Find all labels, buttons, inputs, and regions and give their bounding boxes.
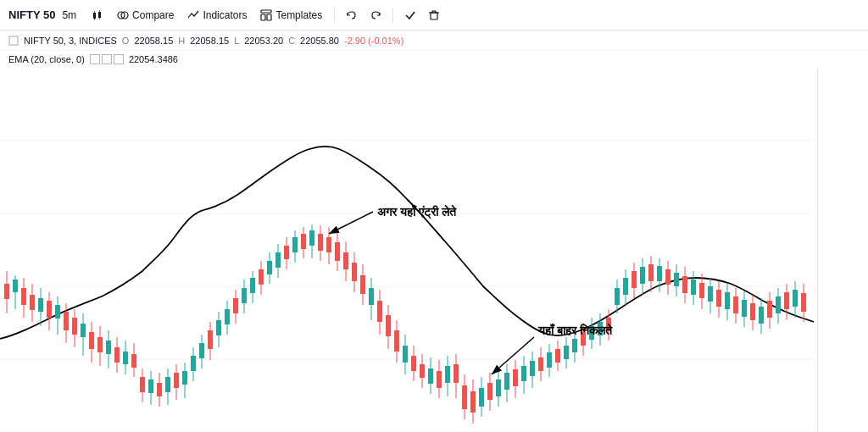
svg-rect-37 bbox=[64, 312, 69, 330]
svg-rect-103 bbox=[343, 252, 348, 269]
low-value: 22053.20 bbox=[244, 36, 283, 46]
svg-rect-137 bbox=[487, 383, 492, 400]
chart-area[interactable]: अगर यहाँ एंट्री लेते यहाँ बाहर निकलते bbox=[0, 68, 868, 432]
svg-rect-169 bbox=[623, 278, 628, 295]
svg-rect-61 bbox=[165, 377, 170, 392]
svg-rect-69 bbox=[199, 343, 204, 358]
svg-line-212 bbox=[329, 212, 373, 234]
ema-bar: EMA (20, close, 0) 22054.3486 bbox=[0, 51, 868, 68]
chart-type-button[interactable] bbox=[86, 6, 108, 25]
svg-rect-153 bbox=[555, 349, 560, 363]
templates-icon bbox=[260, 9, 272, 21]
svg-rect-31 bbox=[38, 298, 43, 312]
svg-rect-1 bbox=[94, 11, 95, 13]
svg-rect-55 bbox=[140, 377, 145, 392]
check-icon bbox=[404, 9, 416, 21]
svg-rect-107 bbox=[360, 275, 365, 294]
svg-rect-123 bbox=[428, 368, 433, 384]
templates-button[interactable]: Templates bbox=[255, 7, 327, 24]
svg-rect-99 bbox=[326, 237, 331, 252]
undo-button[interactable] bbox=[342, 7, 362, 24]
svg-rect-185 bbox=[691, 280, 696, 295]
svg-rect-67 bbox=[191, 356, 196, 371]
indicators-icon bbox=[187, 9, 199, 21]
svg-rect-5 bbox=[99, 18, 100, 19]
svg-rect-143 bbox=[513, 369, 518, 386]
svg-rect-187 bbox=[699, 283, 704, 298]
open-label: O bbox=[122, 36, 130, 46]
svg-rect-105 bbox=[352, 263, 357, 281]
svg-rect-63 bbox=[174, 373, 179, 388]
compare-button[interactable]: Compare bbox=[112, 7, 179, 24]
redo-button[interactable] bbox=[365, 7, 386, 24]
svg-rect-133 bbox=[470, 391, 476, 413]
separator-1 bbox=[334, 8, 335, 23]
delete-button[interactable] bbox=[424, 7, 444, 24]
svg-rect-49 bbox=[114, 347, 120, 363]
indicators-label: Indicators bbox=[203, 9, 247, 21]
svg-rect-71 bbox=[208, 330, 213, 349]
svg-line-215 bbox=[492, 337, 534, 374]
svg-rect-119 bbox=[411, 356, 416, 371]
svg-rect-111 bbox=[377, 301, 382, 322]
svg-rect-25 bbox=[13, 280, 18, 292]
svg-rect-171 bbox=[632, 271, 637, 288]
ema-label: EMA (20, close, 0) bbox=[8, 54, 85, 64]
svg-rect-81 bbox=[250, 278, 255, 293]
check-button[interactable] bbox=[400, 7, 420, 24]
svg-rect-155 bbox=[564, 346, 569, 359]
svg-rect-11 bbox=[431, 13, 437, 19]
svg-rect-47 bbox=[106, 341, 111, 354]
separator-2 bbox=[392, 8, 393, 23]
svg-rect-199 bbox=[750, 303, 755, 320]
svg-rect-205 bbox=[776, 296, 781, 313]
svg-rect-175 bbox=[648, 264, 654, 281]
svg-rect-83 bbox=[259, 269, 264, 285]
svg-rect-65 bbox=[182, 371, 187, 385]
svg-rect-10 bbox=[267, 14, 271, 20]
svg-rect-201 bbox=[759, 307, 764, 324]
svg-rect-9 bbox=[261, 14, 265, 20]
price-axis bbox=[817, 68, 868, 432]
svg-rect-93 bbox=[301, 234, 306, 249]
svg-rect-135 bbox=[479, 388, 484, 407]
ema-remove-toggle[interactable] bbox=[114, 54, 124, 64]
svg-rect-77 bbox=[233, 298, 238, 313]
svg-rect-197 bbox=[742, 300, 747, 317]
svg-rect-87 bbox=[275, 252, 281, 268]
svg-rect-183 bbox=[682, 276, 687, 293]
ema-visibility-toggles[interactable] bbox=[90, 54, 124, 64]
symbol-full-name: NIFTY 50, 3, INDICES bbox=[24, 36, 117, 46]
svg-rect-45 bbox=[97, 337, 103, 352]
svg-rect-167 bbox=[615, 288, 620, 305]
svg-rect-147 bbox=[530, 361, 535, 376]
svg-rect-195 bbox=[733, 296, 738, 313]
trash-icon bbox=[428, 9, 440, 21]
timeframe-selector[interactable]: 5m bbox=[62, 9, 76, 21]
svg-rect-189 bbox=[708, 286, 713, 302]
svg-rect-109 bbox=[369, 288, 374, 305]
svg-rect-149 bbox=[538, 357, 543, 371]
ema-settings-toggle[interactable] bbox=[102, 54, 112, 64]
svg-rect-193 bbox=[725, 292, 730, 309]
svg-rect-35 bbox=[55, 305, 60, 318]
redo-icon bbox=[370, 9, 381, 21]
svg-rect-141 bbox=[504, 373, 509, 390]
svg-rect-129 bbox=[453, 364, 459, 383]
templates-label: Templates bbox=[275, 9, 322, 21]
svg-rect-127 bbox=[445, 366, 450, 383]
svg-rect-59 bbox=[157, 383, 162, 396]
ohlc-values: O 22058.15 H 22058.15 L 22053.20 C 22055… bbox=[122, 36, 403, 46]
svg-rect-39 bbox=[72, 318, 77, 335]
svg-rect-8 bbox=[261, 10, 271, 13]
svg-rect-41 bbox=[81, 324, 86, 337]
svg-rect-113 bbox=[386, 315, 391, 336]
svg-rect-95 bbox=[309, 230, 314, 246]
svg-rect-33 bbox=[47, 301, 52, 318]
indicators-button[interactable]: Indicators bbox=[182, 7, 252, 24]
svg-rect-177 bbox=[657, 266, 662, 281]
toolbar: NIFTY 50 5m Compare Indicators bbox=[0, 0, 868, 30]
svg-rect-117 bbox=[403, 346, 408, 363]
high-label: H bbox=[178, 36, 185, 46]
ema-eye-toggle[interactable] bbox=[90, 54, 100, 64]
